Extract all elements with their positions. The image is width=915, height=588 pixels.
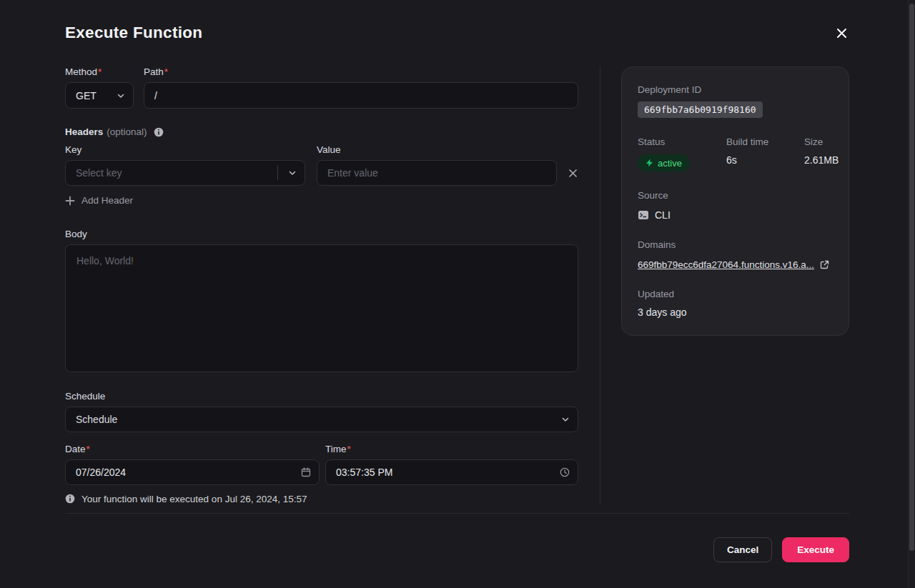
execution-form: Method* Path* Headers (optional) (65, 66, 578, 504)
terminal-icon (638, 209, 649, 221)
dialog-footer: Cancel Execute (65, 514, 849, 562)
deployment-panel: Deployment ID 669fbb7a6b0919f98160 Statu… (621, 66, 849, 504)
path-input[interactable] (144, 82, 578, 109)
required-mark: * (164, 66, 168, 77)
domains-label: Domains (638, 239, 833, 250)
column-divider (600, 66, 600, 504)
info-icon (65, 494, 75, 504)
add-header-button[interactable]: Add Header (65, 195, 133, 206)
path-label: Path* (144, 66, 578, 77)
external-link-icon[interactable] (820, 260, 829, 269)
updated-label: Updated (638, 289, 833, 299)
deployment-card: Deployment ID 669fbb7a6b0919f98160 Statu… (621, 66, 849, 336)
x-icon (568, 169, 578, 178)
method-select[interactable] (65, 82, 134, 109)
size-value: 2.61MB (804, 154, 839, 166)
dialog-content: Method* Path* Headers (optional) (65, 66, 849, 504)
dialog-header: Execute Function (65, 0, 849, 42)
bolt-icon (646, 159, 653, 167)
close-button[interactable] (834, 25, 849, 41)
combo-divider (277, 166, 278, 180)
scrollbar-thumb[interactable] (909, 4, 914, 551)
execute-button[interactable]: Execute (782, 537, 849, 562)
size-label: Size (804, 136, 839, 147)
required-mark: * (86, 444, 90, 454)
headers-section-title: Headers (optional) (65, 126, 578, 137)
body-textarea[interactable] (65, 244, 578, 372)
status-value: active (658, 158, 682, 169)
status-label: Status (638, 136, 726, 147)
dialog-title: Execute Function (65, 24, 202, 42)
close-icon (836, 28, 847, 39)
date-input[interactable] (65, 459, 320, 485)
calendar-icon[interactable] (301, 467, 311, 477)
headers-optional-label: (optional) (107, 126, 147, 137)
header-value-label: Value (317, 144, 557, 155)
header-row (65, 160, 578, 186)
body-label: Body (65, 229, 578, 239)
deployment-id-label: Deployment ID (638, 84, 833, 95)
headers-label: Headers (65, 126, 103, 137)
execution-note-text: Your function will be executed on Jul 26… (81, 494, 307, 504)
execute-function-dialog: Execute Function Method* (0, 0, 915, 588)
updated-value: 3 days ago (638, 307, 833, 318)
remove-header-button[interactable] (566, 166, 579, 179)
source-label: Source (638, 190, 833, 201)
clock-icon[interactable] (560, 467, 570, 477)
method-label: Method* (65, 66, 134, 77)
time-input[interactable] (325, 459, 578, 485)
build-time-value: 6s (726, 154, 804, 166)
header-key-label: Key (65, 144, 305, 155)
domain-link[interactable]: 669fbb79ecc6dfa27064.functions.v16.a... (638, 259, 814, 270)
scrollbar-track[interactable] (908, 0, 915, 588)
cancel-button[interactable]: Cancel (713, 537, 772, 562)
required-mark: * (98, 66, 102, 77)
info-icon[interactable] (154, 127, 164, 137)
plus-icon (65, 196, 75, 206)
status-badge: active (638, 154, 690, 171)
deployment-stats: Status active Build time 6s (638, 136, 833, 171)
chevron-down-icon[interactable] (288, 169, 297, 177)
time-label: Time* (325, 444, 578, 454)
build-time-label: Build time (726, 136, 804, 147)
add-header-label: Add Header (81, 195, 133, 206)
header-value-input[interactable] (317, 160, 557, 186)
schedule-label: Schedule (65, 391, 578, 402)
date-label: Date* (65, 444, 320, 454)
deployment-id-value: 669fbb7a6b0919f98160 (638, 101, 763, 118)
schedule-select[interactable] (65, 407, 578, 432)
source-value: CLI (655, 209, 671, 221)
execution-note: Your function will be executed on Jul 26… (65, 494, 578, 504)
header-key-select[interactable] (65, 160, 305, 186)
required-mark: * (347, 444, 351, 454)
